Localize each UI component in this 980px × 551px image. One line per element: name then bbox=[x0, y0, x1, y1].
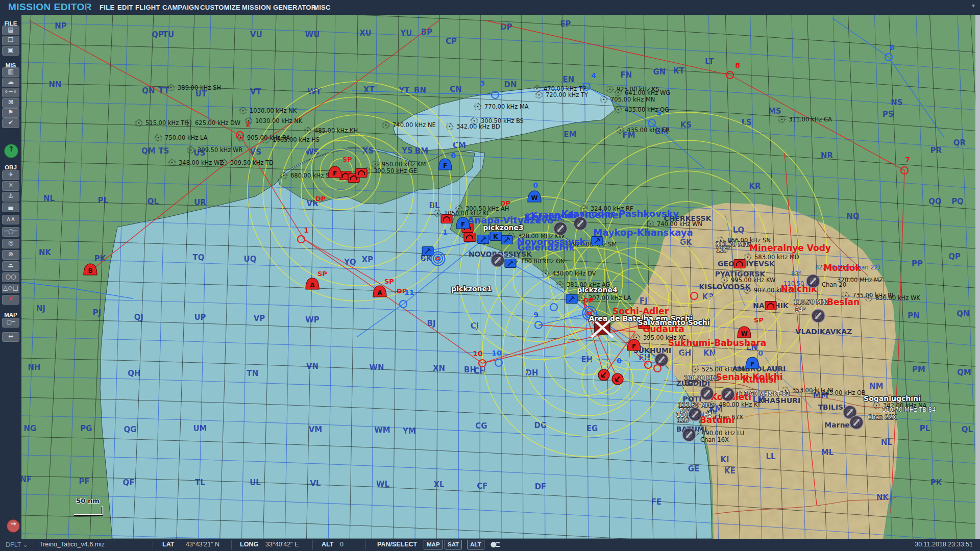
red-round-unit[interactable] bbox=[612, 373, 623, 385]
draw-shapes-button[interactable]: △◇□ bbox=[2, 284, 19, 293]
pan-select-mode: PAN/SELECT bbox=[377, 541, 417, 548]
svg-text:DP: DP bbox=[315, 195, 326, 203]
delete-button[interactable]: ✘ bbox=[2, 295, 19, 305]
long-label: LONG bbox=[240, 541, 258, 548]
add-template-button[interactable]: ∧∧ bbox=[2, 215, 19, 224]
validate-button[interactable]: ✔ bbox=[2, 118, 19, 128]
airfield-icon[interactable] bbox=[721, 388, 734, 401]
linked-groups-button[interactable]: ○○ bbox=[2, 272, 19, 282]
exit-button[interactable]: → bbox=[7, 519, 20, 533]
airfield-icon[interactable] bbox=[574, 217, 587, 230]
view-map-button[interactable]: MAP bbox=[424, 540, 443, 549]
view-sat-button[interactable]: SAT bbox=[445, 540, 462, 549]
window-collapse-icon[interactable]: ▾ bbox=[972, 2, 975, 9]
weather-button[interactable]: ☁ bbox=[2, 78, 19, 87]
airfield-icon[interactable] bbox=[812, 309, 825, 322]
svg-text:Chan 16X: Chan 16X bbox=[700, 436, 729, 443]
menu-item-campaign[interactable]: CAMPAIGN bbox=[162, 4, 199, 11]
briefing-button[interactable]: ▥ bbox=[2, 67, 19, 77]
svg-text:QJ: QJ bbox=[134, 313, 143, 322]
measure-distance-button[interactable]: ↔ bbox=[2, 332, 19, 342]
add-waypoint-button[interactable]: ─○─ bbox=[2, 227, 19, 237]
triggers-button[interactable]: ⚬─⚬ bbox=[2, 88, 19, 97]
blue-unit[interactable] bbox=[478, 235, 489, 244]
svg-text:TS: TS bbox=[158, 146, 169, 156]
svg-text:FJ: FJ bbox=[640, 296, 648, 306]
menu-item-flight[interactable]: FLIGHT bbox=[135, 4, 160, 11]
svg-text:PM: PM bbox=[912, 365, 925, 374]
menu-item-customize[interactable]: CUSTOMIZE bbox=[200, 4, 240, 11]
svg-text:PL: PL bbox=[920, 424, 930, 433]
airfield-icon[interactable] bbox=[682, 428, 696, 441]
connector-icon[interactable] bbox=[489, 540, 501, 550]
svg-text:NK: NK bbox=[876, 493, 890, 502]
svg-text:NS: NS bbox=[891, 98, 902, 107]
menu-item-mission-generator[interactable]: MISSION GENERATOR bbox=[242, 4, 316, 11]
svg-text:720.00 kHz TY: 720.00 kHz TY bbox=[546, 91, 589, 98]
add-ship-group-button[interactable]: ⚓ bbox=[2, 192, 19, 202]
svg-text:QR: QR bbox=[953, 138, 966, 147]
svg-text:485.00 kHz KH: 485.00 kHz KH bbox=[314, 127, 358, 134]
red-unit[interactable] bbox=[356, 169, 367, 178]
open-mission-button[interactable]: ❐ bbox=[2, 36, 19, 45]
blue-unit[interactable] bbox=[422, 247, 433, 256]
red-unit[interactable] bbox=[765, 302, 776, 310]
svg-text:pickzone1: pickzone1 bbox=[451, 285, 492, 293]
menu-item-file[interactable]: FILE bbox=[100, 4, 114, 11]
blue-unit[interactable] bbox=[592, 237, 603, 245]
save-mission-button[interactable]: ▣ bbox=[2, 46, 19, 56]
svg-text:641.00 kHz WG: 641.00 kHz WG bbox=[625, 89, 670, 96]
airfield-icon[interactable] bbox=[700, 387, 714, 400]
blue-unit[interactable]: K bbox=[490, 232, 501, 241]
map-scrollbar[interactable] bbox=[975, 15, 980, 539]
svg-text:QP: QP bbox=[948, 252, 961, 261]
new-mission-button[interactable]: ▤ bbox=[2, 26, 19, 35]
svg-text:DP: DP bbox=[500, 199, 510, 207]
menu-item-edit[interactable]: EDIT bbox=[117, 4, 133, 11]
svg-text:830.00 kHz WK: 830.00 kHz WK bbox=[875, 294, 920, 302]
svg-text:QF: QF bbox=[123, 478, 135, 487]
blue-unit[interactable] bbox=[501, 236, 512, 244]
blue-unit[interactable] bbox=[505, 259, 516, 268]
svg-text:110.50 MHz: 110.50 MHz bbox=[794, 298, 829, 306]
svg-text:K: K bbox=[493, 233, 498, 240]
map-canvas[interactable]: NPQPTUVUWUXUYUBPCPDPEPNNQNTTUTVTWTXTYTBN… bbox=[0, 0, 980, 551]
svg-text:UP: UP bbox=[194, 313, 206, 322]
airfield-icon[interactable] bbox=[491, 254, 504, 267]
add-airplane-group-button[interactable]: ✈ bbox=[2, 170, 19, 180]
add-static-object-button[interactable]: ⏏ bbox=[2, 261, 19, 271]
svg-text:CF: CF bbox=[477, 482, 487, 491]
red-unit[interactable] bbox=[734, 260, 745, 268]
goals-button[interactable]: ⚑ bbox=[2, 108, 19, 118]
svg-text:EH: EH bbox=[581, 355, 593, 364]
svg-text:309.50 kHz TD: 309.50 kHz TD bbox=[230, 159, 274, 166]
chevron-down-icon: ⌄ bbox=[23, 541, 28, 548]
divider bbox=[33, 540, 33, 549]
svg-text:LL: LL bbox=[766, 452, 776, 461]
red-unit[interactable] bbox=[464, 233, 475, 242]
svg-text:1: 1 bbox=[443, 228, 448, 236]
map-options-button[interactable]: ○─ bbox=[2, 318, 19, 328]
svg-text:3: 3 bbox=[480, 79, 485, 87]
airfield-icon[interactable] bbox=[554, 222, 567, 235]
blue-unit[interactable] bbox=[566, 295, 577, 304]
generator-button[interactable]: ⊠ bbox=[2, 98, 19, 108]
add-vehicle-group-button[interactable]: ▄ bbox=[2, 203, 19, 212]
red-round-unit[interactable] bbox=[598, 369, 609, 381]
theatre-select[interactable]: DFLT ⌄ bbox=[6, 541, 28, 548]
map-area[interactable]: NPQPTUVUWUXUYUBPCPDPEPNNQNTTUTVTWTXTYTBN… bbox=[0, 0, 980, 551]
svg-text:FN: FN bbox=[621, 70, 632, 80]
svg-text:DP: DP bbox=[583, 296, 594, 304]
add-helicopter-group-button[interactable]: ✳ bbox=[2, 181, 19, 191]
red-unit[interactable] bbox=[441, 215, 452, 223]
svg-text:WM: WM bbox=[374, 425, 390, 435]
airfield-icon[interactable] bbox=[806, 274, 820, 288]
add-farp-button[interactable]: ⊗ bbox=[2, 250, 19, 260]
add-trigger-zone-button[interactable]: ◎ bbox=[2, 239, 19, 248]
airfield-icon[interactable] bbox=[689, 408, 702, 421]
menu-item-misc[interactable]: MISC bbox=[313, 4, 331, 11]
airfield-icon[interactable] bbox=[850, 416, 863, 429]
svg-text:NM: NM bbox=[869, 382, 883, 391]
fly-mission-button[interactable]: ↑ bbox=[4, 144, 18, 158]
view-alt-button[interactable]: ALT bbox=[467, 540, 484, 549]
